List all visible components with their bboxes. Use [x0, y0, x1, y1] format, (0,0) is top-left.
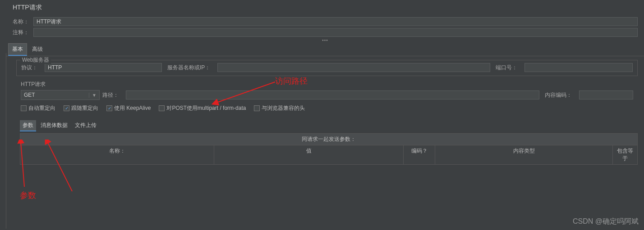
col-encode: 编码？ [404, 145, 435, 164]
col-name: 名称： [20, 145, 214, 164]
checkbox-follow-redirect[interactable]: ✓跟随重定向 [64, 104, 98, 112]
server-input[interactable] [217, 63, 490, 72]
annotation-params: 参数 [20, 190, 36, 201]
port-label: 端口号： [496, 64, 517, 72]
tab-body-data[interactable]: 消息体数据 [38, 120, 70, 131]
path-input[interactable] [126, 90, 539, 99]
http-request-title: HTTP请求 [16, 80, 638, 89]
main-tabs: 基本 高级 [6, 43, 644, 56]
comment-input[interactable] [33, 28, 638, 37]
comment-label: 注释： [13, 29, 29, 36]
table-title: 同请求一起发送参数： [20, 133, 638, 145]
checkbox-label: 自动重定向 [28, 104, 55, 112]
col-value: 值 [214, 145, 404, 164]
watermark: CSDN @确定吗阿斌 [573, 217, 639, 226]
server-label: 服务器名称或IP： [167, 64, 210, 72]
col-content-type: 内容类型 [435, 145, 613, 164]
checkbox-multipart[interactable]: 对POST使用multipart / form-data [159, 104, 246, 112]
checkbox-keepalive[interactable]: ✓使用 KeepAlive [106, 104, 151, 112]
encoding-label: 内容编码： [545, 91, 572, 99]
page-title: HTTP请求 [6, 0, 644, 15]
checkbox-browser-compat[interactable]: 与浏览器兼容的头 [254, 104, 305, 112]
tab-advanced[interactable]: 高级 [28, 43, 47, 56]
tab-basic[interactable]: 基本 [8, 43, 27, 56]
table-header: 名称： 值 编码？ 内容类型 包含等于 [20, 145, 638, 165]
col-include-equals: 包含等于 [613, 145, 637, 164]
http-request-section: HTTP请求 GET ▼ 路径： 内容编码： 自动重定向 ✓跟随重定向 ✓使用 … [16, 80, 638, 114]
encoding-input[interactable] [579, 90, 633, 99]
checkbox-auto-redirect[interactable]: 自动重定向 [21, 104, 55, 112]
tab-params[interactable]: 参数 [20, 120, 36, 131]
method-select[interactable]: GET ▼ [21, 90, 100, 100]
divider-handle[interactable]: ••• [6, 39, 644, 42]
protocol-label: 协议： [21, 64, 37, 72]
web-server-section: Web服务器 协议： 服务器名称或IP： 端口号： [16, 60, 638, 76]
left-gutter [0, 53, 6, 229]
name-label: 名称： [13, 18, 29, 26]
checkbox-label: 对POST使用multipart / form-data [166, 104, 246, 112]
chevron-down-icon: ▼ [89, 93, 97, 98]
path-label: 路径： [102, 91, 119, 99]
method-value: GET [24, 92, 35, 98]
web-server-title: Web服务器 [20, 56, 51, 64]
checkbox-label: 与浏览器兼容的头 [262, 104, 305, 112]
protocol-input[interactable] [45, 63, 162, 72]
checkbox-label: 跟随重定向 [71, 104, 98, 112]
tab-file-upload[interactable]: 文件上传 [72, 120, 99, 131]
port-input[interactable] [524, 63, 633, 72]
param-tabs: 参数 消息体数据 文件上传 [20, 120, 644, 131]
checkbox-label: 使用 KeepAlive [114, 104, 151, 112]
name-input[interactable] [33, 17, 638, 26]
params-table: 同请求一起发送参数： 名称： 值 编码？ 内容类型 包含等于 [20, 133, 638, 165]
